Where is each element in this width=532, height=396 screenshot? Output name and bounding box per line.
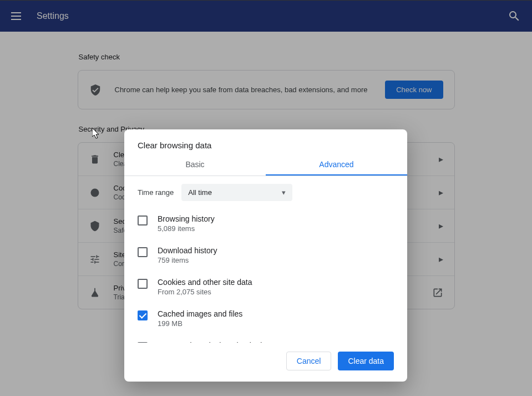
checkbox[interactable] [138,279,148,289]
option-title: Passwords and other sign-in data [158,341,394,343]
option-title: Cookies and other site data [158,278,394,287]
option-sub: 759 items [158,256,394,264]
checkbox[interactable] [138,310,148,320]
time-range-select[interactable]: All time ▾ [181,184,292,201]
time-range-value: All time [188,188,212,197]
option-sub: 199 MB [158,319,394,328]
checkbox[interactable] [138,215,148,225]
time-range-row: Time range All time ▾ [138,184,394,201]
option-row: Browsing history 5,089 items [138,208,394,239]
clear-browsing-dialog: Clear browsing data Basic Advanced Time … [124,129,407,382]
checkbox[interactable] [138,342,148,343]
dialog-body[interactable]: Time range All time ▾ Browsing history 5… [124,176,407,343]
option-title: Download history [158,246,394,255]
dialog-tabs: Basic Advanced [124,154,407,176]
checkbox[interactable] [138,247,148,257]
dialog-title: Clear browsing data [124,129,407,154]
option-sub: 5,089 items [158,224,394,233]
option-row: Download history 759 items [138,239,394,271]
option-row: Cached images and files 199 MB [138,303,394,334]
option-title: Browsing history [158,214,394,223]
option-row: Cookies and other site data From 2,075 s… [138,271,394,303]
clear-data-button[interactable]: Clear data [338,352,394,370]
tab-advanced[interactable]: Advanced [266,154,407,176]
tab-basic[interactable]: Basic [124,154,266,176]
option-row: Passwords and other sign-in data 17 pass… [138,334,394,343]
option-sub: From 2,075 sites [158,288,394,296]
option-title: Cached images and files [158,309,394,318]
chevron-down-icon: ▾ [282,188,286,197]
cancel-button[interactable]: Cancel [286,352,332,370]
dialog-footer: Cancel Clear data [124,343,407,382]
time-range-label: Time range [138,188,174,197]
